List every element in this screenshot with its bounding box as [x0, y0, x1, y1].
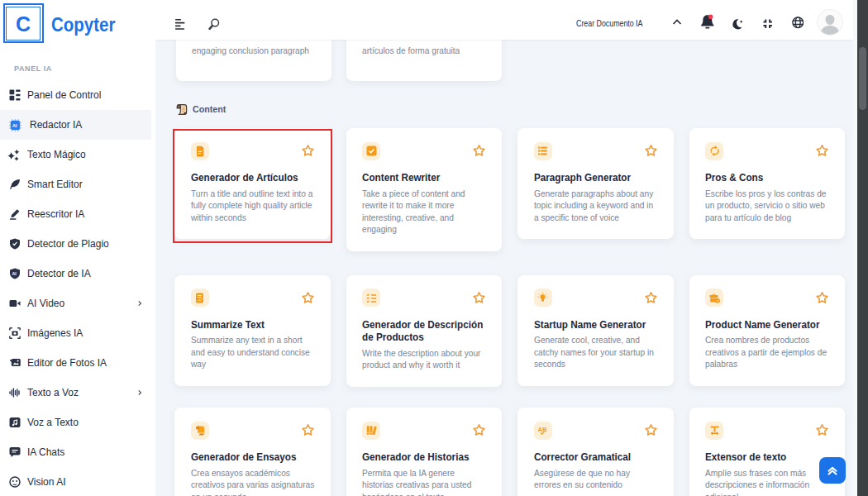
svg-text:AI: AI: [12, 271, 17, 276]
svg-text:AI: AI: [12, 123, 17, 128]
svg-text:AB: AB: [537, 426, 546, 433]
